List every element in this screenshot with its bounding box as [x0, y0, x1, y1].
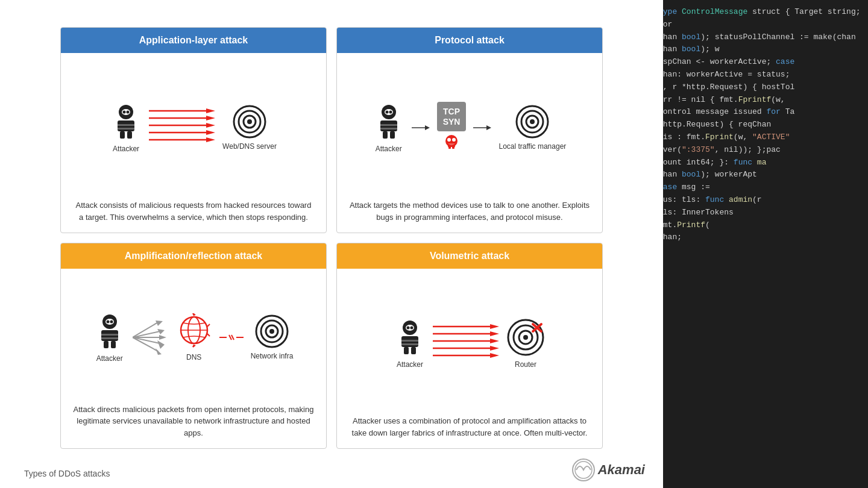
svg-rect-5: [118, 124, 134, 126]
svg-point-26: [389, 110, 392, 113]
attacker-item-3: Attacker: [94, 312, 125, 363]
svg-point-35: [447, 138, 451, 142]
card-amplification: Amplification/reflection attack: [60, 243, 327, 449]
dns-server-icon: [233, 105, 266, 139]
svg-rect-87: [401, 340, 418, 342]
card-header-amplification: Amplification/reflection attack: [61, 243, 326, 269]
svg-point-85: [410, 326, 414, 329]
target-item-3: Network infra: [251, 314, 294, 360]
svg-rect-89: [404, 347, 409, 354]
attacker-icon-1: [110, 102, 142, 141]
code-background: type ControlMessage struct { Target stri…: [651, 0, 868, 488]
svg-point-48: [106, 320, 109, 323]
card-desc-2: Attack targets the method devices use to…: [347, 195, 593, 225]
svg-marker-92: [490, 324, 499, 329]
svg-rect-90: [411, 347, 416, 354]
svg-point-49: [110, 320, 113, 323]
svg-marker-18: [206, 137, 215, 142]
card-header-protocol: Protocol attack: [337, 28, 602, 53]
attacker-icon-2: [373, 102, 404, 141]
svg-marker-100: [490, 353, 499, 358]
card-desc-1: Attack consists of malicious requests fr…: [71, 195, 316, 225]
svg-marker-14: [206, 123, 215, 128]
svg-line-61: [133, 337, 160, 343]
svg-line-72: [207, 324, 210, 327]
svg-marker-64: [156, 348, 162, 355]
svg-point-36: [452, 138, 456, 142]
card-body-protocol: Attacker TCPSYN: [337, 53, 602, 233]
page-caption: Types of DDoS attacks: [24, 469, 110, 478]
svg-line-73: [207, 334, 210, 336]
skull-icon: [442, 134, 461, 153]
svg-point-84: [407, 326, 410, 329]
card-body-app-layer: Attacker: [61, 53, 326, 233]
arrows-app-layer: [149, 104, 215, 152]
svg-point-3: [127, 110, 130, 113]
red-arrows-vol: [433, 319, 499, 368]
attacker-icon-3: [94, 312, 125, 351]
svg-rect-28: [380, 124, 397, 126]
svg-rect-52: [101, 337, 118, 339]
diagram-app-layer: Attacker: [110, 60, 277, 195]
svg-marker-12: [206, 116, 215, 120]
card-body-amplification: Attacker: [61, 269, 326, 448]
svg-point-2: [123, 110, 126, 113]
svg-marker-10: [206, 108, 215, 113]
akamai-logo: Akamai: [571, 458, 645, 482]
svg-line-76: [231, 335, 234, 340]
svg-line-63: [133, 337, 158, 351]
svg-rect-53: [104, 341, 108, 348]
target-item-4: Router: [506, 318, 545, 369]
svg-marker-41: [486, 125, 491, 130]
target-label-1: Web/DNS server: [222, 142, 277, 151]
target-label-3: Network infra: [251, 352, 294, 360]
card-app-layer: Application-layer attack: [60, 27, 327, 233]
arrows-volumetric: [433, 319, 499, 368]
svg-marker-33: [425, 125, 430, 130]
target-label-2: Local traffic manager: [498, 142, 566, 151]
svg-rect-7: [120, 131, 125, 139]
svg-rect-88: [401, 343, 418, 345]
thin-arrow-2: [473, 119, 491, 137]
main-content: Application-layer attack: [0, 0, 663, 488]
network-infra-icon: [255, 314, 289, 348]
akamai-logo-icon: [571, 458, 596, 482]
akamai-logo-text: Akamai: [598, 462, 645, 478]
attacker-item-4: Attacker: [394, 318, 426, 369]
diagram-protocol: Attacker TCPSYN: [373, 60, 567, 195]
card-body-volumetric: Attacker: [337, 269, 602, 448]
target-item-1: Web/DNS server: [222, 105, 277, 151]
svg-marker-60: [159, 335, 166, 340]
diagram-volumetric: Attacker: [394, 276, 545, 410]
svg-rect-30: [383, 131, 388, 139]
svg-line-75: [229, 335, 231, 340]
cards-grid: Application-layer attack: [60, 27, 603, 449]
card-volumetric: Volumetric attack: [336, 243, 603, 449]
attacker-label-3: Attacker: [96, 354, 123, 363]
svg-point-81: [269, 329, 274, 334]
svg-point-45: [530, 119, 535, 124]
card-header-volumetric: Volumetric attack: [337, 243, 602, 269]
dns-globe-item: DNS: [176, 313, 212, 361]
dns-to-target-arrow: [219, 328, 244, 346]
target-label-4: Router: [515, 360, 536, 369]
svg-point-104: [523, 335, 528, 340]
attacker-icon-4: [394, 318, 426, 357]
svg-point-22: [247, 119, 252, 124]
svg-marker-94: [490, 331, 499, 336]
tcp-syn-box: TCPSYN: [437, 102, 467, 132]
svg-marker-98: [490, 346, 499, 351]
router-icon: [506, 318, 545, 357]
svg-marker-16: [206, 130, 215, 135]
dns-globe-icon: [176, 313, 212, 349]
svg-rect-6: [118, 128, 134, 130]
svg-point-25: [385, 110, 388, 113]
svg-rect-54: [111, 341, 116, 348]
attacker-label-4: Attacker: [397, 360, 423, 369]
red-arrows-svg: [149, 104, 215, 152]
gray-arrows-svg: [133, 316, 169, 358]
card-header-app-layer: Application-layer attack: [61, 28, 326, 53]
svg-rect-8: [127, 131, 132, 139]
thin-arrow-1: [412, 119, 430, 137]
svg-marker-62: [157, 340, 165, 349]
